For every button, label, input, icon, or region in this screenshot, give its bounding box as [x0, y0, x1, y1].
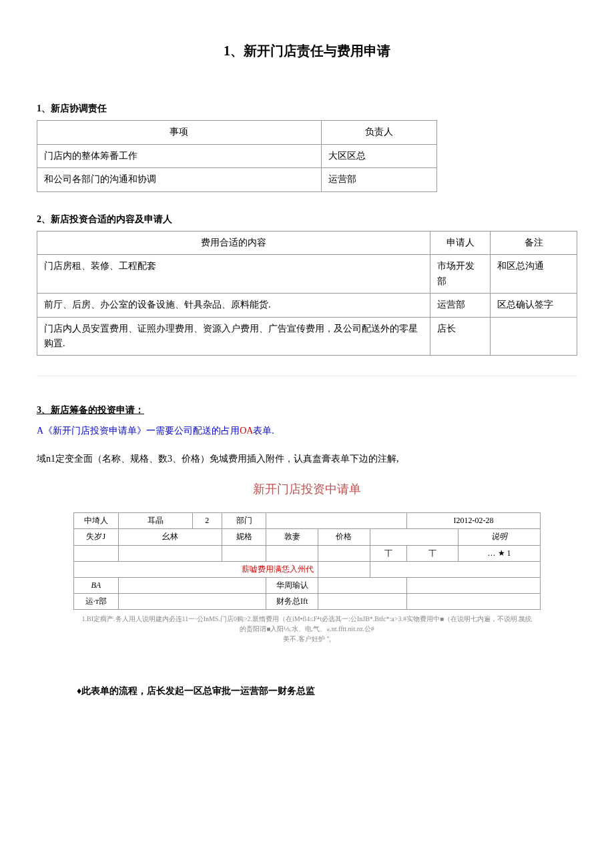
section3-heading: 3、新店筹备的投资申请： — [37, 403, 577, 418]
table-row: 门店内的整体筹番工作 大区区总 — [37, 144, 437, 167]
field-note: 域n1定变全面（名称、规格、数3、价格）免城费用插入附件，认真盍膏表单下边的注解… — [37, 452, 577, 466]
application-form-title: 新开门店投资中请单 — [37, 480, 577, 499]
col-header: 负责人 — [321, 121, 436, 144]
col-header: 备注 — [491, 231, 577, 254]
table-row: 中埼人 耳晶 2 部门 I2012-02-28 — [74, 513, 541, 529]
table-row: 薪嘘费用满恁入州代 — [74, 561, 541, 577]
col-header: 申请人 — [430, 231, 491, 254]
process-flow-note: ♦此表单的流程，店长发起一区总审批一运营部一财务总监 — [77, 684, 577, 699]
table-row: 丅 丅 … ★ 1 — [74, 545, 541, 561]
section2-heading: 2、新店投资合适的内容及申请人 — [37, 212, 577, 227]
table-row: 门店房租、装修、工程配套 市场开发部 和区总沟通 — [37, 255, 577, 294]
divider — [37, 376, 577, 376]
table-row: BA 华周瑜认 — [74, 578, 541, 594]
col-header: 事项 — [37, 121, 322, 144]
application-form-table: 中埼人 耳晶 2 部门 I2012-02-28 失岁J 幺林 妮格 敦妻 价格 … — [73, 512, 541, 610]
table-row: 失岁J 幺林 妮格 敦妻 价格 说明 — [74, 529, 541, 545]
table-row: 和公司各部门的沟通和协调 运营部 — [37, 168, 437, 191]
table-responsibility: 事项 负责人 门店内的整体筹番工作 大区区总 和公司各部门的沟通和协调 运营部 — [37, 120, 437, 191]
page-title: 1、新开门店责任与费用申请 — [37, 40, 577, 61]
oa-form-line: A《新开门店投资申请单》一需要公司配送的占用OA表单. — [37, 424, 577, 438]
col-header: 费用合适的内容 — [37, 231, 430, 254]
table-row: 门店内人员安置费用、证照办理费用、资源入户费用、广告宣传费用，及公司配送外的零星… — [37, 317, 577, 356]
table-row: 运·т部 财务总Ift — [74, 594, 541, 610]
table-investment-content: 费用合适的内容 申请人 备注 门店房租、装修、工程配套 市场开发部 和区总沟通 … — [37, 231, 577, 356]
section1-heading: 1、新店协调责任 — [37, 101, 577, 116]
form-footnote: 1.BI定癎产.务人用人说明建内必连11一·公InMS.门店0购>2.㞡惰费用（… — [37, 614, 577, 644]
table-row: 前厅、后房、办公室的设备设施、针具杂品、原料能货. 运营部 区总确认签字 — [37, 294, 577, 317]
